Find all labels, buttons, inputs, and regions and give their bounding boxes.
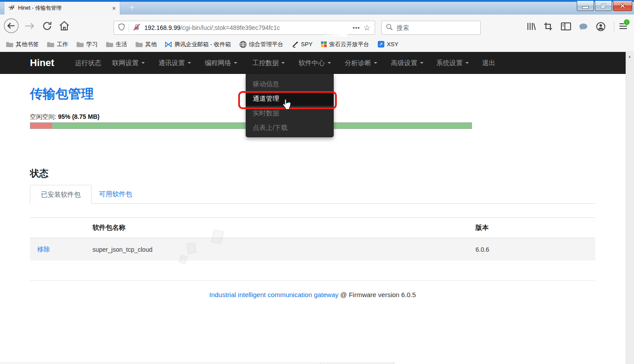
bookmark-xsy[interactable]: ↗ XSY — [378, 41, 398, 48]
browser-tab-bar: Hinet - 传输包管理 × + — [0, 2, 634, 15]
blue-arrow-icon: ↗ — [378, 41, 384, 48]
chevron-down-icon — [328, 62, 331, 64]
firmware-version-text: @ Firmware version 6.0.5 — [340, 291, 416, 298]
message-bubble-icon[interactable] — [579, 23, 589, 33]
brand-logo[interactable]: Hinet — [30, 52, 54, 74]
close-button[interactable] — [613, 1, 632, 11]
tab-installed-packages[interactable]: 已安装软件包 — [30, 185, 92, 204]
dart-icon — [292, 41, 299, 48]
search-input[interactable] — [396, 24, 468, 32]
folder-icon — [47, 42, 54, 47]
mouse-cursor — [282, 99, 291, 112]
tencent-mail-icon — [165, 42, 172, 47]
screenshot-icon[interactable] — [544, 22, 553, 33]
nav-item-system-settings[interactable]: 系统设置 — [436, 52, 469, 74]
tracking-protection-shield-icon[interactable] — [114, 23, 129, 33]
chevron-down-icon — [141, 62, 145, 64]
bookmark-folder-misc[interactable]: 其他 — [136, 40, 157, 48]
chevron-down-icon — [465, 62, 469, 64]
nav-item-comm-settings[interactable]: 通讯设置 — [158, 52, 191, 74]
site-navbar: Hinet 运行状态 联网设置 通讯设置 编程网络 工控数据 软件中心 分析诊断… — [0, 52, 626, 74]
nav-item-industrial-data[interactable]: 工控数据 — [252, 52, 285, 74]
folder-icon — [77, 42, 84, 47]
version-column-header: 版本 — [476, 224, 588, 232]
nav-item-programming-network[interactable]: 编程网络 — [205, 52, 237, 74]
bookmarks-bar: 其他书签 工作 学习 生活 其他 腾讯企业邮箱 - 收件箱 综合管理平台 SP — [0, 37, 634, 52]
nav-item-running-status[interactable]: 运行状态 — [75, 52, 101, 74]
minimize-icon — [582, 6, 589, 9]
nav-item-analysis-diagnosis[interactable]: 分析诊断 — [345, 52, 377, 74]
url-bar[interactable]: 192.168.9.99/cgi-bin/luci/;stok=489fe39e… — [114, 21, 375, 35]
packages-table: 软件包名称 版本 移除 super_json_tcp_cloud 6.0.6 — [30, 217, 595, 261]
bookmark-star-icon[interactable]: ☆ — [364, 23, 375, 33]
progress-used — [30, 123, 52, 129]
bookmark-ezviz-platform[interactable]: 萤石云开放平台 — [321, 40, 369, 48]
color-grid-icon — [321, 41, 327, 47]
restore-button[interactable] — [595, 1, 612, 11]
table-row: 移除 super_json_tcp_cloud 6.0.6 — [30, 238, 595, 261]
vertical-scrollbar[interactable]: ▲ — [626, 52, 634, 364]
browser-tab[interactable]: Hinet - 传输包管理 × — [4, 2, 120, 15]
tab-close-icon[interactable]: × — [112, 5, 116, 11]
package-tabs: 已安装软件包 可用软件包 — [30, 185, 595, 204]
remove-link[interactable]: 移除 — [37, 246, 50, 253]
watermark — [186, 243, 196, 254]
dropdown-item-driver-info[interactable]: 驱动信息 — [246, 77, 334, 91]
nav-item-advanced-settings[interactable]: 高级设置 — [391, 52, 424, 74]
page-footer: Industrial intelligent communication gat… — [30, 291, 595, 298]
url-fade — [321, 28, 347, 37]
toolbar-separator — [614, 22, 614, 32]
nav-item-network-settings[interactable]: 联网设置 — [112, 52, 145, 74]
minimize-button[interactable] — [577, 1, 594, 11]
reload-button[interactable] — [42, 21, 52, 33]
status-heading: 状态 — [30, 167, 48, 180]
free-space-text: 空闲空间: 95% (8.75 MB) — [30, 113, 100, 121]
new-tab-button[interactable]: + — [125, 2, 139, 15]
bookmark-folder-work[interactable]: 工作 — [47, 40, 68, 48]
name-column-header: 软件包名称 — [92, 224, 476, 232]
library-icon[interactable] — [527, 22, 536, 33]
folder-icon — [136, 42, 143, 47]
nav-item-software-center[interactable]: 软件中心 — [299, 52, 331, 74]
globe-icon — [240, 41, 247, 48]
search-bar[interactable] — [381, 21, 481, 35]
dropdown-item-point-table-updown[interactable]: 点表上/下载 — [246, 120, 334, 135]
search-icon — [386, 24, 393, 32]
window-controls — [577, 1, 632, 11]
bookmark-folder-study[interactable]: 学习 — [77, 40, 98, 48]
tab-title: Hinet - 传输包管理 — [18, 4, 109, 12]
screen: Hinet - 传输包管理 × + — [0, 0, 634, 364]
scroll-up-arrow-icon[interactable]: ▲ — [628, 55, 631, 59]
bookmark-tencent-mail[interactable]: 腾讯企业邮箱 - 收件箱 — [165, 40, 231, 48]
tab-available-packages[interactable]: 可用软件包 — [92, 185, 140, 203]
folder-icon — [6, 42, 13, 47]
folder-icon — [106, 42, 113, 47]
footer-divider — [30, 280, 595, 281]
package-name-cell: super_json_tcp_cloud — [92, 246, 476, 253]
site-favicon-icon — [8, 4, 15, 12]
home-button[interactable] — [59, 21, 70, 33]
browser-toolbar: 192.168.9.99/cgi-bin/luci/;stok=489fe39e… — [0, 15, 634, 37]
bookmark-spy[interactable]: SPY — [292, 41, 313, 48]
page-content: Hinet 运行状态 联网设置 通讯设置 编程网络 工控数据 软件中心 分析诊断… — [0, 52, 626, 364]
gateway-link[interactable]: Industrial intelligent communication gat… — [209, 291, 339, 298]
close-icon — [619, 3, 626, 8]
back-button[interactable] — [4, 18, 19, 35]
bookmark-folder-other-bookmarks[interactable]: 其他书签 — [6, 40, 39, 48]
insecure-lock-icon[interactable] — [129, 23, 144, 33]
restore-icon — [601, 3, 607, 9]
nav-item-logout[interactable]: 退出 — [482, 52, 495, 74]
sidebar-toggle-icon[interactable] — [561, 22, 571, 32]
page-actions-icon[interactable]: ••• — [349, 25, 364, 31]
url-text: 192.168.9.99/cgi-bin/luci/;stok=489fe39e… — [144, 24, 349, 31]
bookmark-management-platform[interactable]: 综合管理平台 — [240, 40, 284, 48]
forward-button[interactable] — [24, 22, 36, 31]
update-badge-icon: ↑ — [623, 19, 630, 26]
account-icon[interactable] — [596, 22, 605, 33]
chevron-down-icon — [281, 62, 285, 64]
package-version-cell: 6.0.6 — [476, 246, 588, 253]
chevron-down-icon — [420, 62, 424, 64]
bookmark-folder-life[interactable]: 生活 — [106, 40, 127, 48]
chevron-down-icon — [188, 62, 191, 64]
chevron-down-icon — [234, 62, 237, 64]
